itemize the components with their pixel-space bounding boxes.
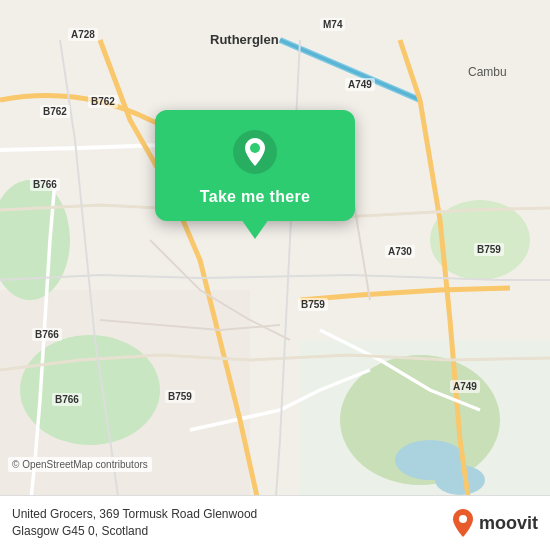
moovit-logo: moovit — [451, 509, 538, 537]
road-label-b759-far: B759 — [474, 243, 504, 256]
road-label-b766-bot: B766 — [52, 393, 82, 406]
road-label-b759-right: B759 — [298, 298, 328, 311]
location-line2: Glasgow G45 0, Scotland — [12, 523, 451, 540]
location-line1: United Grocers, 369 Tormusk Road Glenwoo… — [12, 506, 451, 523]
town-label-cambu: Cambu — [468, 65, 507, 79]
map-container: A728 M74 A749 B762 B762 B766 B766 B766 B… — [0, 0, 550, 550]
town-label-rutherglen: Rutherglen — [210, 32, 279, 47]
take-me-there-card[interactable]: Take me there — [155, 110, 355, 221]
road-label-b766-mid: B766 — [32, 328, 62, 341]
bottom-bar: United Grocers, 369 Tormusk Road Glenwoo… — [0, 495, 550, 550]
moovit-logo-text: moovit — [479, 513, 538, 534]
road-label-a749-bot: A749 — [450, 380, 480, 393]
road-label-b766-top: B766 — [30, 178, 60, 191]
road-label-a728: A728 — [68, 28, 98, 41]
bottom-info: United Grocers, 369 Tormusk Road Glenwoo… — [12, 506, 451, 540]
osm-attribution-text: © OpenStreetMap contributors — [12, 459, 148, 470]
road-label-m74: M74 — [320, 18, 345, 31]
road-label-a730: A730 — [385, 245, 415, 258]
svg-point-12 — [250, 143, 260, 153]
osm-attribution: © OpenStreetMap contributors — [8, 457, 152, 472]
moovit-pin-icon — [451, 509, 475, 537]
take-me-there-label: Take me there — [170, 188, 340, 206]
svg-point-8 — [435, 465, 485, 495]
road-label-b762-left: B762 — [88, 95, 118, 108]
road-label-b759-bot: B759 — [165, 390, 195, 403]
location-pin-icon — [233, 130, 277, 174]
svg-point-13 — [459, 515, 467, 523]
road-label-a749-top: A749 — [345, 78, 375, 91]
road-label-b762-far: B762 — [40, 105, 70, 118]
